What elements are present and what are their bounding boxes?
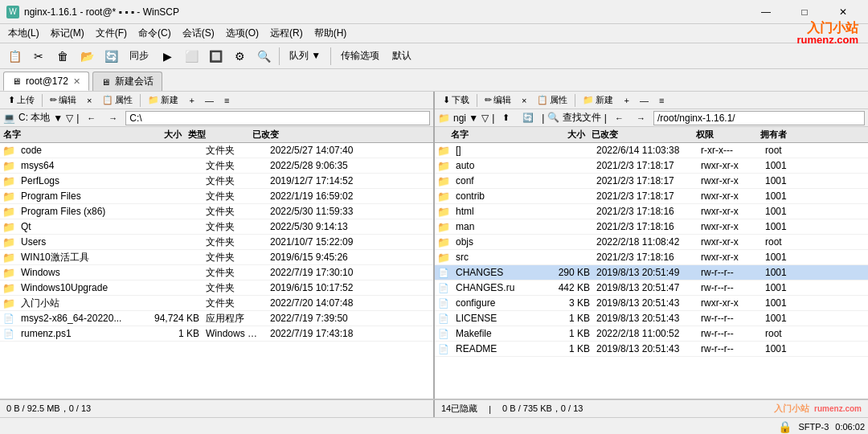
left-file-row[interactable]: 📄 msys2-x86_64-20220... 94,724 KB 应用程序 2… [0,311,433,326]
left-col-modified[interactable]: 已改变 [249,129,346,141]
right-file-row[interactable]: 📁 html 2021/2/3 17:18:16 rwxr-xr-x 1001 [435,204,868,219]
right-cell-name: README [452,343,541,354]
left-file-row[interactable]: 📁 Windows 文件夹 2022/7/19 17:30:10 [0,265,433,280]
tb-btn-sync[interactable]: 🔄 [100,46,122,67]
left-file-list-header: 名字 大小 类型 已改变 [0,127,433,143]
right-file-row[interactable]: 📄 LICENSE 1 KB 2019/8/13 20:51:43 rw-r--… [435,311,868,326]
default-button[interactable]: 默认 [387,47,417,65]
right-file-row[interactable]: 📁 [] 2022/6/14 11:03:38 r-xr-x--- root [435,143,868,158]
right-col-size[interactable]: 大小 [536,129,588,141]
right-file-row[interactable]: 📄 CHANGES 290 KB 2019/8/13 20:51:49 rw-r… [435,265,868,280]
left-file-row[interactable]: 📁 Windows10Upgrade 文件夹 2019/6/15 10:17:5… [0,280,433,296]
right-back-btn[interactable]: ← [610,110,628,126]
right-address-input[interactable] [653,111,865,125]
tb-btn-5[interactable]: ▶ [156,46,178,67]
right-menu-btn[interactable]: ≡ [654,92,669,108]
left-file-row[interactable]: 📁 msys64 文件夹 2022/5/28 9:06:35 [0,158,433,174]
right-file-row[interactable]: 📁 contrib 2021/2/3 17:18:17 rwxr-xr-x 10… [435,189,868,204]
menu-help[interactable]: 帮助(H) [309,25,352,42]
right-col-modified[interactable]: 已改变 [588,129,693,141]
tb-btn-4[interactable]: 📂 [76,46,98,67]
right-plus-btn[interactable]: + [619,92,633,108]
tb-btn-9[interactable]: 🔍 [252,46,275,67]
menu-file[interactable]: 文件(F) [91,25,132,42]
left-col-size[interactable]: 大小 [129,129,185,141]
right-file-row[interactable]: 📁 man 2021/2/3 17:18:16 rwxr-xr-x 1001 [435,219,868,235]
left-props-btn[interactable]: × [82,92,96,108]
menu-local[interactable]: 本地(L) [3,25,44,42]
menu-options[interactable]: 选项(O) [221,25,264,42]
left-file-row[interactable]: 📁 Program Files (x86) 文件夹 2022/5/30 11:5… [0,204,433,219]
right-parent-btn[interactable]: ⬆ [497,110,514,126]
tb-btn-7[interactable]: 🔲 [204,46,227,67]
left-col-name[interactable]: 名字 [0,129,129,141]
left-attr-btn[interactable]: 📋 属性 [97,92,137,108]
menu-command[interactable]: 命令(C) [133,25,176,42]
right-status-bar: 14已隐藏 | 0 B / 735 KB，0 / 13 入门小站 rumenz.… [435,399,868,417]
tb-btn-8[interactable]: ⚙ [228,46,251,67]
maximize-button[interactable]: □ [786,2,823,22]
left-file-row[interactable]: 📁 入门小站 文件夹 2022/7/20 14:07:48 [0,296,433,311]
right-col-perms[interactable]: 权限 [693,129,757,141]
left-menu-btn[interactable]: ≡ [219,92,234,108]
sync-button[interactable]: 同步 [124,47,154,65]
left-edit-btn[interactable]: ✏ 编辑 [45,92,81,108]
session-tab-new[interactable]: 🖥 新建会话 [92,72,162,91]
close-button[interactable]: ✕ [825,2,862,22]
right-file-row[interactable]: 📁 objs 2022/2/18 11:08:42 rwxr-xr-x root [435,235,868,250]
menu-session[interactable]: 会话(S) [178,25,219,42]
tb-btn-1[interactable]: 📋 [3,46,26,67]
left-plus-btn[interactable]: + [184,92,199,108]
right-refresh-btn[interactable]: 🔄 [518,110,538,126]
right-file-row[interactable]: 📄 CHANGES.ru 442 KB 2019/8/13 20:51:47 r… [435,280,868,296]
left-cell-type: 文件夹 [203,235,267,249]
right-file-list[interactable]: 名字 大小 已改变 权限 拥有者 📁 [] 2022/6/14 11:03:38… [435,127,868,399]
right-col-name[interactable]: 名字 [448,129,536,141]
left-file-row[interactable]: 📁 Users 文件夹 2021/10/7 15:22:09 [0,235,433,250]
left-file-row[interactable]: 📁 Qt 文件夹 2022/5/30 9:14:13 [0,219,433,235]
tb-btn-2[interactable]: ✂ [27,46,50,67]
right-edit-btn[interactable]: ✏ 编辑 [480,92,516,108]
right-file-row[interactable]: 📄 configure 3 KB 2019/8/13 20:51:43 rwxr… [435,296,868,311]
right-cell-owner: 1001 [762,190,802,202]
right-file-row[interactable]: 📄 README 1 KB 2019/8/13 20:51:43 rw-r--r… [435,342,868,357]
left-file-list[interactable]: 名字 大小 类型 已改变 📁 code 文件夹 2022/5/27 14:07:… [0,127,433,399]
left-file-row[interactable]: 📁 Program Files 文件夹 2022/1/19 16:59:02 [0,189,433,204]
file-icon: 📄 [437,266,450,279]
right-cell-perms: r-xr-x--- [698,145,762,156]
left-back-btn[interactable]: ← [82,110,100,126]
tb-btn-3[interactable]: 🗑 [51,46,74,67]
left-forward-btn[interactable]: → [104,110,122,126]
queue-button[interactable]: 队列 ▼ [284,47,326,65]
right-minus-btn[interactable]: — [635,92,653,108]
right-file-row[interactable]: 📁 auto 2021/2/3 17:18:17 rwxr-xr-x 1001 [435,158,868,174]
right-props-btn[interactable]: × [517,92,531,108]
right-file-row[interactable]: 📁 src 2021/2/3 17:18:16 rwxr-xr-x 1001 [435,250,868,265]
left-file-row[interactable]: 📁 code 文件夹 2022/5/27 14:07:40 [0,143,433,158]
right-forward-btn[interactable]: → [632,110,650,126]
left-file-row[interactable]: 📄 rumenz.ps1 1 KB Windows PowerS... 2022… [0,326,433,342]
right-file-row[interactable]: 📄 Makefile 1 KB 2022/2/18 11:00:52 rw-r-… [435,326,868,342]
right-col-owner[interactable]: 拥有者 [757,129,797,141]
tb-btn-6[interactable]: ⬜ [180,46,203,67]
left-new-btn[interactable]: 📁 新建 [143,92,183,108]
left-file-row[interactable]: 📁 PerfLogs 文件夹 2019/12/7 17:14:52 [0,174,433,189]
transfer-options-button[interactable]: 传输选项 [335,47,385,65]
right-attr-btn[interactable]: 📋 属性 [532,92,572,108]
minimize-button[interactable]: — [747,2,784,22]
right-new-btn[interactable]: 📁 新建 [578,92,618,108]
bottom-bar: 🔒 SFTP-3 0:06:02 [0,417,868,434]
time-label: 0:06:02 [835,422,865,432]
left-file-row[interactable]: 📁 WIN10激活工具 文件夹 2019/6/15 9:45:26 [0,250,433,265]
left-minus-btn[interactable]: — [200,92,219,108]
left-col-type[interactable]: 类型 [185,129,249,141]
right-download-btn[interactable]: ⬇ 下载 [438,92,474,108]
menu-remote[interactable]: 远程(R) [265,25,308,42]
right-file-row[interactable]: 📁 conf 2021/2/3 17:18:17 rwxr-xr-x 1001 [435,174,868,189]
session-tab-active[interactable]: 🖥 root@172 ✕ [3,72,89,91]
left-address-input[interactable] [125,111,430,125]
menu-mark[interactable]: 标记(M) [46,25,89,42]
session-tab-close[interactable]: ✕ [73,76,80,87]
left-upload-btn[interactable]: ⬆ 上传 [3,92,39,108]
left-cell-modified: 2019/6/15 9:45:26 [267,252,363,263]
